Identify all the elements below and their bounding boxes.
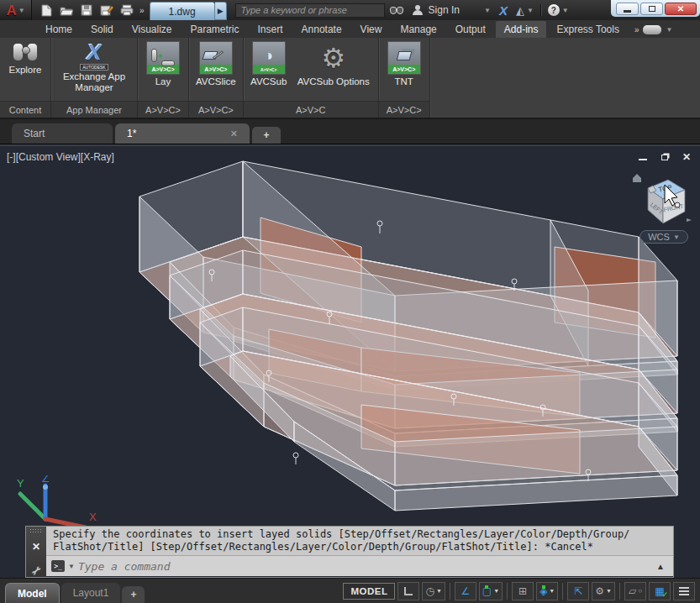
- tab-solid[interactable]: Solid: [82, 21, 122, 38]
- ribbon-minimize-caret-icon[interactable]: ▼: [666, 26, 673, 34]
- gear-icon: ⚙: [321, 41, 345, 75]
- exchange-x-icon: X: [499, 3, 508, 18]
- search-input[interactable]: Type a keyword or phrase: [235, 3, 385, 18]
- wcs-dropdown[interactable]: WCS ▼: [639, 230, 688, 244]
- tab-parametric[interactable]: Parametric: [182, 21, 248, 38]
- 3d-object-snap-toggle[interactable]: ◈▼: [536, 582, 558, 600]
- viewport-controls-label[interactable]: [-][Custom View][X-Ray]: [7, 151, 114, 163]
- 3d-model[interactable]: [0, 146, 700, 578]
- plot-icon[interactable]: [119, 3, 134, 17]
- search-placeholder: Type a keyword or phrase: [241, 5, 347, 15]
- title-bar: A ▼ » 1.dwg ▶ Type a keyword or phrase S…: [0, 0, 700, 20]
- document-tab-arrow-icon[interactable]: ▶: [215, 2, 227, 20]
- command-palette[interactable]: ✕ 🔧︎ Specify the coordinates to insert l…: [25, 526, 674, 578]
- selection-filtering-toggle[interactable]: ▱○: [624, 582, 646, 600]
- panel-caption-avc-tnt[interactable]: A>V>C>: [379, 101, 429, 118]
- panel-caption-app-manager[interactable]: App Manager: [51, 101, 137, 118]
- file-tab-bar: Start 1* ✕ +: [0, 119, 700, 144]
- viewport-close-icon[interactable]: ✕: [682, 153, 692, 161]
- save-icon[interactable]: [79, 3, 94, 17]
- model-tab[interactable]: Model: [5, 583, 60, 603]
- panel-caption-avc-slice[interactable]: A>V>C>: [189, 101, 243, 118]
- qat-expand-icon[interactable]: »: [139, 6, 143, 15]
- explore-button[interactable]: Explore: [7, 41, 44, 76]
- command-input-row[interactable]: >_ ▼ Type a command ▲: [46, 556, 673, 576]
- viewcube-menu-caret-icon[interactable]: [687, 218, 692, 222]
- search-icon[interactable]: [390, 6, 403, 15]
- new-file-icon[interactable]: [39, 3, 54, 17]
- dynamic-ucs-icon: ⇱: [574, 585, 582, 597]
- avcsub-options-button[interactable]: ⚙ AVCSub Options: [296, 41, 371, 87]
- polar-tracking-toggle[interactable]: ∠: [455, 582, 476, 600]
- tab-drawing-1[interactable]: 1* ✕: [115, 123, 250, 144]
- command-history-line1: Specify the coordinates to insert layed …: [53, 528, 666, 541]
- palette-close-icon[interactable]: ✕: [32, 541, 40, 553]
- avcslice-button[interactable]: A>V>C> AVCSlice: [196, 41, 236, 87]
- drawing-viewport[interactable]: [-][Custom View][X-Ray] ✕ TOP LEFT FRONT…: [0, 144, 700, 578]
- panel-avc-lay: ➜ A>V>C> Lay A>V>C>: [138, 38, 189, 118]
- palette-grip-icon[interactable]: [29, 528, 43, 534]
- annotation-monitor-toggle[interactable]: ▦✓: [649, 582, 671, 600]
- exchange-app-manager-button[interactable]: XAUTODESK Exchange App Manager: [58, 41, 130, 93]
- command-recent-caret-icon[interactable]: ▼: [68, 563, 75, 570]
- new-layout-button[interactable]: +: [122, 586, 145, 603]
- viewcube-home-icon[interactable]: [633, 174, 641, 182]
- panel-caption-avc-sub[interactable]: A>V>C: [244, 101, 378, 118]
- tab-home[interactable]: Home: [37, 21, 81, 38]
- snap-icon: [404, 587, 413, 595]
- tab-express-tools[interactable]: Express Tools: [548, 21, 627, 38]
- lay-button[interactable]: ➜ A>V>C> Lay: [145, 41, 182, 87]
- object-snap-tracking-toggle[interactable]: ⊞: [512, 582, 534, 600]
- command-input[interactable]: Type a command: [78, 560, 653, 573]
- sign-in-menu[interactable]: Sign In ▼: [408, 4, 495, 16]
- workspace-settings-menu[interactable]: ⚙▼: [592, 582, 615, 600]
- selection-filter-icon: ▱: [629, 585, 636, 597]
- open-file-icon[interactable]: [59, 3, 74, 17]
- tab-start[interactable]: Start: [12, 123, 113, 144]
- document-title: 1.dwg: [169, 6, 196, 18]
- help-menu[interactable]: ? ▼: [544, 4, 573, 16]
- viewport-restore-icon[interactable]: [660, 153, 670, 161]
- command-history[interactable]: Specify the coordinates to insert layed …: [46, 527, 673, 556]
- model-space-badge[interactable]: MODEL: [343, 583, 395, 600]
- tab-add-ins[interactable]: Add-ins: [496, 21, 547, 38]
- app-menu-caret-icon: ▼: [18, 7, 25, 14]
- ucs-x-label: X: [89, 511, 97, 523]
- tab-annotate[interactable]: Annotate: [293, 21, 350, 38]
- document-title-tab[interactable]: 1.dwg: [150, 2, 215, 20]
- tab-visualize[interactable]: Visualize: [124, 21, 181, 38]
- snap-mode-toggle[interactable]: [397, 582, 419, 600]
- a360-triangle-icon: ◭: [516, 4, 524, 17]
- a360-button[interactable]: ◭ ▼: [512, 4, 538, 17]
- object-snap-toggle[interactable]: ▢▼: [479, 582, 503, 600]
- ribbon-overflow-icon[interactable]: »: [634, 25, 638, 34]
- close-tab-icon[interactable]: ✕: [230, 128, 238, 139]
- avcsub-button[interactable]: ◑ A>V>C> AVCSub: [250, 41, 287, 87]
- app-menu-button[interactable]: A ▼: [0, 0, 32, 20]
- panel-caption-content[interactable]: Content: [0, 101, 50, 118]
- close-button[interactable]: ✕: [665, 3, 697, 15]
- minimize-button[interactable]: [616, 3, 639, 15]
- new-drawing-tab-button[interactable]: +: [252, 127, 281, 144]
- tab-view[interactable]: View: [352, 21, 391, 38]
- hamburger-icon: [679, 587, 689, 595]
- layout1-tab[interactable]: Layout1: [61, 583, 121, 603]
- save-as-icon[interactable]: [99, 3, 114, 17]
- panel-caption-avc-lay[interactable]: A>V>C>: [138, 101, 188, 118]
- settings-gear-icon: ⚙: [595, 585, 604, 597]
- dynamic-ucs-toggle[interactable]: ⇱: [567, 582, 589, 600]
- viewport-minimize-icon[interactable]: [638, 153, 648, 161]
- restore-button[interactable]: [640, 3, 663, 15]
- command-scroll-up-icon[interactable]: ▲: [656, 562, 668, 571]
- tnt-button[interactable]: A>V>C> TNT: [386, 41, 423, 87]
- ribbon-minimize-button[interactable]: [643, 25, 661, 34]
- panel-avc-sub: ◑ A>V>C> AVCSub ⚙ AVCSub Options A>V>C: [244, 38, 379, 118]
- tab-insert[interactable]: Insert: [250, 21, 292, 38]
- customization-menu[interactable]: [673, 582, 695, 600]
- status-toggles: MODEL ◷▼ ∠ ▢▼ ⊞ ◈▼ ⇱ ⚙▼ ▱○ ▦✓: [343, 582, 695, 600]
- isometric-drafting-toggle[interactable]: ◷▼: [422, 582, 445, 600]
- tab-output[interactable]: Output: [447, 21, 494, 38]
- palette-wrench-icon[interactable]: 🔧︎: [30, 565, 43, 576]
- exchange-apps-button[interactable]: X: [495, 3, 512, 18]
- tab-manage[interactable]: Manage: [392, 21, 445, 38]
